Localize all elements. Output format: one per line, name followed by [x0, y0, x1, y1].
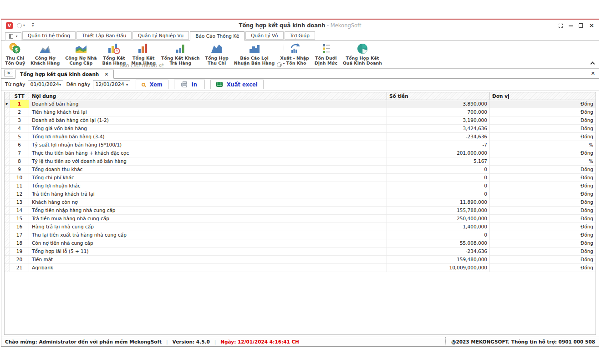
ribbon-item[interactable]: Tồn DướiĐịnh Mức	[312, 41, 340, 66]
document-tab-label: Tổng hợp kết quả kinh doanh	[20, 71, 99, 77]
window-layout-button[interactable]: ▾	[5, 32, 21, 40]
row-indicator	[5, 190, 10, 198]
ribbon-tab-bar: ▾ Quản trị hệ thốngThiết Lập Ban ĐầuQuản…	[1, 31, 599, 40]
print-button[interactable]: In	[174, 80, 205, 89]
table-row[interactable]: 13Khách hàng còn nợ11,890,000Đồng	[5, 198, 596, 207]
ribbon-item-label: Tổng Hợp KếtQuả Kinh Doanh	[343, 56, 382, 66]
cell-unit: Đồng	[490, 182, 596, 190]
ribbon: $$Thu ChiTồn QuỹCông NợKhách HàngCông Nợ…	[1, 40, 599, 69]
table-row[interactable]: 16Hàng trả lại nhà cung cấp1,400,000Đồng	[5, 223, 596, 231]
table-row[interactable]: 14Tổng tiền nhập hàng nhà cung cấp155,78…	[5, 207, 596, 215]
table-row[interactable]: 19Tổng hợp lãi lỗ (5 + 11)-234,636Đồng	[5, 248, 596, 256]
row-indicator	[5, 207, 10, 215]
document-tab[interactable]: Tổng hợp kết quả kinh doanh ✕	[15, 70, 114, 79]
table-row[interactable]: 4Tổng giá vốn bán hàng3,424,636Đồng	[5, 125, 596, 133]
ribbon-item[interactable]: Tổng KếtBán Hàng	[100, 41, 129, 66]
ribbon-item-label: Xuất - Nhập- Tồn Kho	[280, 56, 309, 66]
row-indicator	[5, 256, 10, 264]
cell-amount: 3,190,000	[387, 116, 490, 125]
minimize-icon[interactable]	[569, 25, 573, 26]
table-row[interactable]: 3Doanh số bán hàng còn lại (1-2)3,190,00…	[5, 116, 596, 125]
table-row[interactable]: 9Tổng doanh thu khác0Đồng	[5, 166, 596, 174]
pane-icon	[9, 34, 13, 39]
table-row[interactable]: 15Trả tiền mua hàng nhà cung cấp250,400,…	[5, 215, 596, 223]
ribbon-item[interactable]: Tổng Kết KháchTrả Hàng	[158, 41, 202, 66]
export-excel-button[interactable]: Xuất excel	[210, 80, 264, 89]
ribbon-item[interactable]: Báo Cáo LợiNhuận Bán Hàng	[231, 41, 278, 66]
tab-close-icon[interactable]: ✕	[104, 71, 108, 77]
area-chart-icon	[38, 42, 52, 56]
menu-tab[interactable]: Quản Lý Vỏ	[245, 31, 283, 40]
cell-stt: 10	[10, 174, 29, 182]
menu-tab[interactable]: Trợ Giúp	[285, 31, 315, 40]
table-row[interactable]: 6Tỷ suất lợi nhuận bán hàng (5*100/1)-7%	[5, 141, 596, 149]
group-dialog-launcher-icon[interactable]	[277, 62, 282, 67]
table-row[interactable]: 10Tổng chi phí khác0Đồng	[5, 174, 596, 182]
printer-icon	[181, 83, 187, 86]
block-chart-icon	[248, 42, 261, 56]
cell-amount: -7	[387, 141, 490, 149]
table-row[interactable]: ▶1Doanh số bán hàng3,890,000Đồng	[5, 100, 596, 108]
version-text: Version: 4.5.0	[173, 339, 210, 344]
cell-stt: 8	[10, 157, 29, 166]
cell-stt: 1	[10, 100, 29, 108]
toolbar-customize-icon[interactable]: ▾	[32, 23, 34, 28]
restore-icon[interactable]	[579, 23, 583, 28]
close-all-tabs-button[interactable]: ✕	[4, 70, 13, 76]
header-amount[interactable]: Số tiền	[387, 92, 490, 100]
header-indicator-cell	[5, 92, 10, 100]
cell-stt: 3	[10, 116, 29, 125]
ribbon-item[interactable]: Công NợKhách Hàng	[28, 41, 62, 66]
cell-amount: 159,480,000	[387, 256, 490, 264]
cell-stt: 2	[10, 108, 29, 116]
menu-tab[interactable]: Quản trị hệ thống	[22, 31, 76, 40]
quick-access-dropdown-icon[interactable]: ▾	[23, 24, 25, 27]
view-button[interactable]: Xem	[136, 80, 168, 89]
table-row[interactable]: 18Còn nợ tiền nhà cung cấp55,008,000Đồng	[5, 239, 596, 248]
cell-amount: 0	[387, 174, 490, 182]
ribbon-collapse-icon[interactable]	[591, 62, 595, 66]
cell-content: Tổng tiền nhập hàng nhà cung cấp	[29, 207, 387, 215]
header-unit[interactable]: Đơn vị	[490, 92, 596, 100]
support-info-text: @2023 MEKONGSOFT. Thông tin hỗ trợ: 0901…	[445, 337, 595, 346]
status-bar: Chào mừng: Administrator đến với phần mề…	[1, 337, 599, 346]
from-date-picker[interactable]: 01/01/2024 ▼	[28, 80, 63, 89]
cell-amount: 700,000	[387, 108, 490, 116]
table-row[interactable]: 5Tổng lợi nhuận bán hàng (3-4)-234,636Đồ…	[5, 133, 596, 141]
fullscreen-icon[interactable]	[559, 24, 563, 28]
menu-tab[interactable]: Quản Lý Nghiệp Vụ	[132, 31, 189, 40]
table-row[interactable]: 2Tiền hàng khách trả lại700,000Đồng	[5, 108, 596, 116]
status-date-text: Ngày: 12/01/2024 4:16:41 CH	[220, 339, 299, 344]
ribbon-item[interactable]: Tổng Hợp KếtQuả Kinh Doanh	[340, 41, 385, 66]
ribbon-item[interactable]: Công Nợ NhàCung Cấp	[62, 41, 99, 66]
table-row[interactable]: 7Thực thu tiền bán hàng + khách đặc cọc2…	[5, 149, 596, 157]
cell-unit: Đồng	[490, 133, 596, 141]
menu-tab[interactable]: Thiết Lập Ban Đầu	[76, 31, 132, 40]
table-row[interactable]: 20Tiền mặt159,480,000Đồng	[5, 256, 596, 264]
cell-content: Tổng lợi nhuận bán hàng (3-4)	[29, 133, 387, 141]
to-date-picker[interactable]: 12/01/2024 ▼	[93, 80, 130, 89]
header-stt[interactable]: STT	[10, 92, 29, 100]
row-indicator	[5, 223, 10, 231]
table-row[interactable]: 21Agribank10,009,000,000Đồng	[5, 264, 596, 272]
cell-stt: 21	[10, 264, 29, 272]
table-row[interactable]: 12Trả tiền hàng khách trả lại0Đồng	[5, 190, 596, 198]
ribbon-item[interactable]: $$Thu ChiTồn Quỹ	[2, 41, 28, 66]
table-row[interactable]: 11Tổng lợi nhuận khác0Đồng	[5, 182, 596, 190]
ribbon-item[interactable]: Tổng HợpThu Chi	[203, 41, 231, 66]
chevron-down-icon: ▾	[16, 35, 18, 38]
ribbon-item[interactable]: Xuất - Nhập- Tồn Kho	[277, 41, 312, 66]
from-date-value: 01/01/2024	[30, 81, 59, 87]
close-document-icon[interactable]: ✕	[591, 71, 595, 76]
table-row[interactable]: 17Thu lại tiền xuất trả hàng nhà cung cấ…	[5, 231, 596, 239]
close-icon[interactable]: ×	[589, 23, 594, 28]
cell-stt: 6	[10, 141, 29, 149]
cell-stt: 9	[10, 166, 29, 174]
header-content[interactable]: Nội dung	[29, 92, 387, 100]
ribbon-item[interactable]: Tổng KếtMua Hàng	[128, 41, 158, 66]
menu-tab[interactable]: Báo Cáo Thống Kê	[190, 31, 244, 40]
cell-stt: 19	[10, 248, 29, 256]
table-row[interactable]: 8Tỷ lệ thu tiền so với doanh số bán hàng…	[5, 157, 596, 166]
quick-access-circle-icon[interactable]	[17, 23, 22, 28]
row-indicator	[5, 133, 10, 141]
